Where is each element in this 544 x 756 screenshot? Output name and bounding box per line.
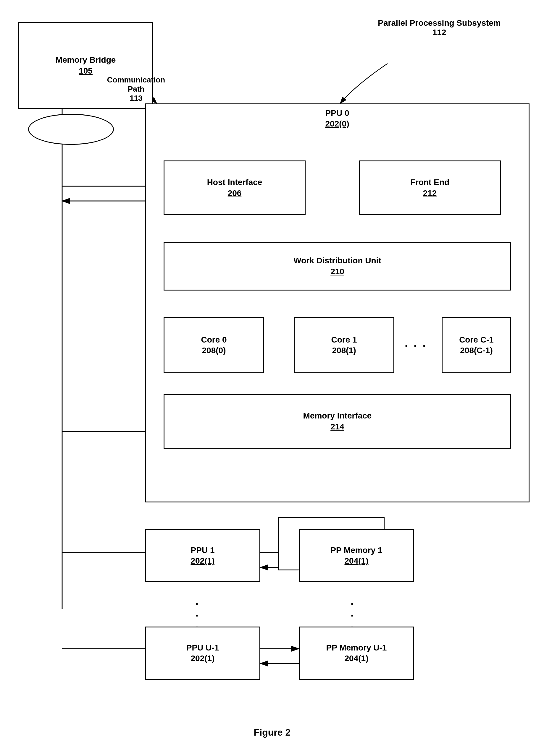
host-interface-box: Host Interface 206	[163, 160, 306, 215]
diagram: Memory Bridge 105 Communication Path 113…	[0, 0, 544, 756]
ppu1-id: 202(1)	[191, 556, 215, 566]
ppu-um1-id: 202(1)	[191, 653, 215, 664]
pp-memory-um1-box: PP Memory U-1 204(1)	[299, 627, 414, 680]
front-end-box: Front End 212	[359, 160, 501, 215]
core1-label: Core 1	[331, 335, 357, 345]
ppu-dots-1: .	[195, 594, 200, 607]
work-dist-label: Work Distribution Unit	[294, 255, 381, 266]
memory-interface-id: 214	[331, 421, 344, 432]
work-dist-id: 210	[331, 266, 344, 277]
ppu-um1-label: PPU U-1	[186, 643, 219, 653]
core0-box: Core 0 208(0)	[163, 317, 264, 373]
memory-interface-box: Memory Interface 214	[163, 394, 511, 449]
ppu0-label: PPU 0	[326, 108, 349, 118]
pp-memory-um1-label: PP Memory U-1	[326, 643, 387, 653]
mem-dots-2: .	[351, 606, 355, 619]
core-cm1-box: Core C-1 208(C-1)	[442, 317, 511, 373]
pp-memory1-box: PP Memory 1 204(1)	[299, 529, 414, 582]
ppu-um1-box: PPU U-1 202(1)	[145, 627, 260, 680]
front-end-id: 212	[423, 188, 437, 199]
pp-memory-um1-id: 204(1)	[345, 653, 369, 664]
core0-label: Core 0	[201, 335, 226, 345]
core0-id: 208(0)	[202, 345, 226, 356]
ppu-dots-2: .	[195, 606, 200, 619]
pp-memory1-label: PP Memory 1	[331, 545, 382, 556]
ppu0-id: 202(0)	[326, 119, 349, 128]
memory-interface-label: Memory Interface	[303, 411, 372, 421]
core1-box: Core 1 208(1)	[294, 317, 394, 373]
mem-dots-1: .	[351, 594, 355, 607]
pps-label: Parallel Processing Subsystem 112	[373, 18, 506, 37]
core-cm1-id: 208(C-1)	[460, 345, 493, 356]
memory-bridge-label: Memory Bridge	[56, 55, 116, 65]
host-interface-label: Host Interface	[207, 177, 262, 188]
work-dist-box: Work Distribution Unit 210	[163, 242, 511, 291]
core-cm1-label: Core C-1	[459, 335, 494, 345]
host-interface-id: 206	[228, 188, 242, 199]
connection-ellipse	[28, 114, 114, 145]
ppu1-label: PPU 1	[191, 545, 215, 556]
core1-id: 208(1)	[332, 345, 356, 356]
ppu1-box: PPU 1 202(1)	[145, 529, 260, 582]
memory-bridge-id: 105	[79, 66, 93, 76]
comm-path-label: Communication Path 113	[101, 75, 171, 103]
pp-memory1-id: 204(1)	[345, 556, 369, 566]
ppu0-outer-box: PPU 0 202(0) Host Interface 206 Front En…	[145, 103, 530, 502]
cores-dots: . . .	[405, 336, 427, 350]
front-end-label: Front End	[410, 177, 449, 188]
figure-label: Figure 2	[207, 727, 337, 738]
